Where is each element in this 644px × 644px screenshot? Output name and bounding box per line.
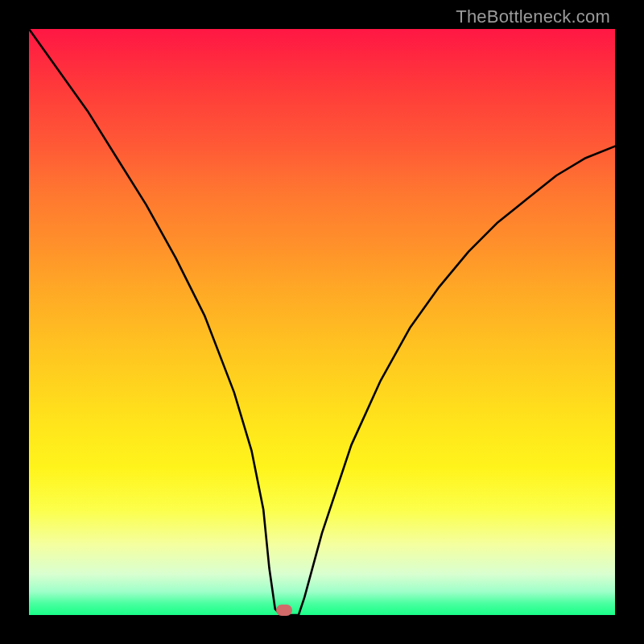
plot-area (29, 29, 615, 615)
bottleneck-curve (29, 29, 615, 615)
chart-frame: TheBottleneck.com (0, 0, 644, 644)
watermark-text: TheBottleneck.com (456, 6, 610, 27)
optimum-marker (276, 605, 292, 616)
